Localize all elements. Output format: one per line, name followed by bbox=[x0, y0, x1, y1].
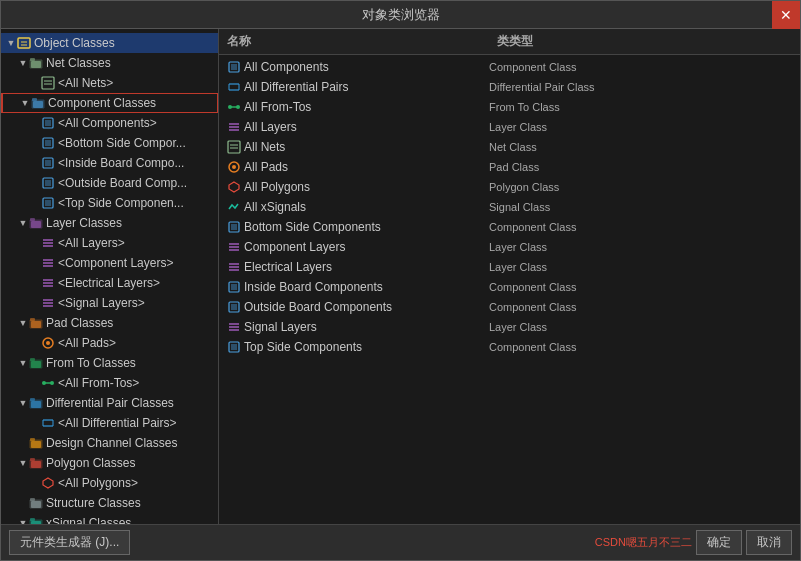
tree-item[interactable]: Component Classes bbox=[1, 93, 218, 113]
layer-icon bbox=[41, 276, 55, 290]
expand-arrow[interactable] bbox=[17, 457, 29, 469]
item-name: Top Side Components bbox=[227, 340, 489, 354]
tree-item-label: <All Differential Pairs> bbox=[58, 416, 177, 430]
tree-item[interactable]: <All Pads> bbox=[1, 333, 218, 353]
tree-item[interactable]: <Electrical Layers> bbox=[1, 273, 218, 293]
tree-item[interactable]: Structure Classes bbox=[1, 493, 218, 513]
tree-item[interactable]: <Top Side Componen... bbox=[1, 193, 218, 213]
list-item[interactable]: Component LayersLayer Class bbox=[219, 237, 800, 257]
diff-icon bbox=[227, 80, 241, 94]
comp-icon bbox=[41, 116, 55, 130]
list-item[interactable]: Outside Board ComponentsComponent Class bbox=[219, 297, 800, 317]
item-name: Outside Board Components bbox=[227, 300, 489, 314]
list-item[interactable]: All Differential PairsDifferential Pair … bbox=[219, 77, 800, 97]
item-name: Electrical Layers bbox=[227, 260, 489, 274]
dialog-title: 对象类浏览器 bbox=[362, 6, 440, 24]
watermark: CSDN嗯五月不三二 bbox=[595, 535, 692, 550]
svg-rect-73 bbox=[231, 224, 237, 230]
tree-item[interactable]: <All Components> bbox=[1, 113, 218, 133]
tree-item[interactable]: Object Classes bbox=[1, 33, 218, 53]
svg-rect-15 bbox=[45, 160, 51, 166]
list-item[interactable]: Signal LayersLayer Class bbox=[219, 317, 800, 337]
svg-rect-3 bbox=[30, 58, 35, 61]
item-name-text: Top Side Components bbox=[244, 340, 362, 354]
expand-arrow[interactable] bbox=[17, 57, 29, 69]
expand-arrow[interactable] bbox=[17, 397, 29, 409]
svg-rect-44 bbox=[31, 401, 41, 408]
item-type-text: Layer Class bbox=[489, 321, 792, 333]
tree-item[interactable]: Pad Classes bbox=[1, 313, 218, 333]
expand-arrow[interactable] bbox=[19, 97, 31, 109]
tree-item[interactable]: <Component Layers> bbox=[1, 253, 218, 273]
tree-item[interactable]: Design Channel Classes bbox=[1, 433, 218, 453]
tree-item[interactable]: <Bottom Side Compor... bbox=[1, 133, 218, 153]
tree-item-label: <Bottom Side Compor... bbox=[58, 136, 186, 150]
layer-icon bbox=[41, 236, 55, 250]
list-item[interactable]: All LayersLayer Class bbox=[219, 117, 800, 137]
title-bar: 对象类浏览器 ✕ bbox=[1, 1, 800, 29]
svg-rect-5 bbox=[42, 77, 54, 89]
expand-arrow[interactable] bbox=[17, 357, 29, 369]
tree-item[interactable]: Net Classes bbox=[1, 53, 218, 73]
content-area: Object ClassesNet Classes<All Nets>Compo… bbox=[1, 29, 800, 524]
svg-point-42 bbox=[50, 381, 54, 385]
item-name: All Components bbox=[227, 60, 489, 74]
list-item[interactable]: All ComponentsComponent Class bbox=[219, 57, 800, 77]
list-item[interactable]: All xSignalsSignal Class bbox=[219, 197, 800, 217]
tree-item-label: <Electrical Layers> bbox=[58, 276, 160, 290]
svg-rect-52 bbox=[30, 498, 35, 501]
gen-button[interactable]: 元件类生成器 (J)... bbox=[9, 530, 130, 555]
tree-item[interactable]: <All From-Tos> bbox=[1, 373, 218, 393]
item-name-text: All From-Tos bbox=[244, 100, 311, 114]
tree-item[interactable]: xSignal Classes bbox=[1, 513, 218, 524]
tree-item[interactable]: Differential Pair Classes bbox=[1, 393, 218, 413]
expand-arrow[interactable] bbox=[5, 37, 17, 49]
svg-rect-39 bbox=[31, 361, 41, 368]
expand-arrow[interactable] bbox=[17, 517, 29, 524]
item-name-text: All Layers bbox=[244, 120, 297, 134]
tree-item[interactable]: From To Classes bbox=[1, 353, 218, 373]
item-name-text: All Pads bbox=[244, 160, 288, 174]
item-name: All Pads bbox=[227, 160, 489, 174]
tree-item[interactable]: <All Nets> bbox=[1, 73, 218, 93]
tree-item-label: <Top Side Componen... bbox=[58, 196, 184, 210]
tree-item[interactable]: <Signal Layers> bbox=[1, 293, 218, 313]
tree-item-label: xSignal Classes bbox=[46, 516, 131, 524]
layer-icon bbox=[41, 296, 55, 310]
list-item[interactable]: All PolygonsPolygon Class bbox=[219, 177, 800, 197]
right-panel: 名称 类类型 All ComponentsComponent ClassAll … bbox=[219, 29, 800, 524]
tree-item[interactable]: <All Layers> bbox=[1, 233, 218, 253]
list-item[interactable]: Top Side ComponentsComponent Class bbox=[219, 337, 800, 357]
svg-rect-13 bbox=[45, 140, 51, 146]
tree-item[interactable]: <All Polygons> bbox=[1, 473, 218, 493]
tree-item[interactable]: <Inside Board Compo... bbox=[1, 153, 218, 173]
list-item[interactable]: Electrical LayersLayer Class bbox=[219, 257, 800, 277]
list-item[interactable]: Inside Board ComponentsComponent Class bbox=[219, 277, 800, 297]
item-type-text: Component Class bbox=[489, 61, 792, 73]
list-item[interactable]: All NetsNet Class bbox=[219, 137, 800, 157]
list-item[interactable]: Bottom Side ComponentsComponent Class bbox=[219, 217, 800, 237]
svg-point-70 bbox=[232, 165, 236, 169]
list-item[interactable]: All PadsPad Class bbox=[219, 157, 800, 177]
svg-rect-43 bbox=[30, 398, 35, 401]
svg-point-37 bbox=[46, 341, 50, 345]
close-button[interactable]: ✕ bbox=[772, 1, 800, 29]
expand-arrow[interactable] bbox=[17, 317, 29, 329]
comp-icon bbox=[227, 300, 241, 314]
list-item[interactable]: All From-TosFrom To Class bbox=[219, 97, 800, 117]
tree-item-label: Pad Classes bbox=[46, 316, 113, 330]
svg-rect-17 bbox=[45, 180, 51, 186]
tree-item[interactable]: <Outside Board Comp... bbox=[1, 173, 218, 193]
tree-item-label: From To Classes bbox=[46, 356, 136, 370]
ok-button[interactable]: 确定 bbox=[696, 530, 742, 555]
item-name-text: All Components bbox=[244, 60, 329, 74]
tree-item[interactable]: Polygon Classes bbox=[1, 453, 218, 473]
tree-item[interactable]: <All Differential Pairs> bbox=[1, 413, 218, 433]
cancel-button[interactable]: 取消 bbox=[746, 530, 792, 555]
expand-arrow[interactable] bbox=[17, 217, 29, 229]
item-name: All From-Tos bbox=[227, 100, 489, 114]
tree-item-label: <Component Layers> bbox=[58, 256, 173, 270]
tree-item[interactable]: Layer Classes bbox=[1, 213, 218, 233]
footer-left: 元件类生成器 (J)... bbox=[9, 530, 130, 555]
pad-icon bbox=[227, 160, 241, 174]
